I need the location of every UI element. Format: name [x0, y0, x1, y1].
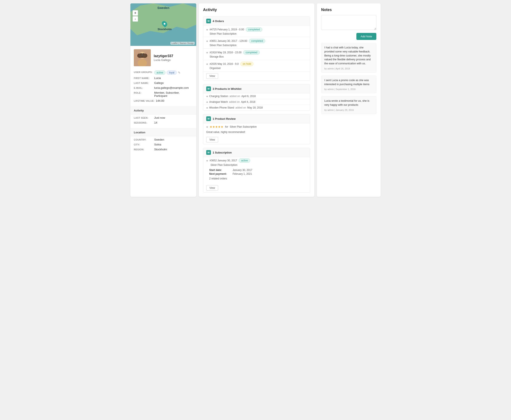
bullet-icon: ◆: [206, 106, 208, 109]
last-seen-value: Just now: [154, 116, 193, 119]
role-value: Member, Subscriber, Participant: [154, 91, 193, 98]
activity-section-header: Activity: [130, 107, 196, 114]
tag-group: active loyal ✎: [154, 70, 180, 75]
reviews-view-button[interactable]: View: [206, 137, 218, 142]
map-controls: + -: [133, 10, 138, 22]
wishlist-name-0: Charging Station: [209, 95, 228, 98]
fullname: Lucia Gallego: [154, 58, 173, 62]
edit-tags-icon[interactable]: ✎: [178, 71, 180, 74]
review-stars: ★★★★★: [210, 125, 223, 128]
wishlist-item-0: ◆ Charging Station added on April 6, 201…: [203, 93, 310, 99]
right-panel: Notes Add Note I had a chat with Lucia t…: [317, 3, 381, 197]
add-note-button[interactable]: Add Note: [356, 33, 376, 40]
first-name-label: FIRST NAME:: [134, 76, 153, 79]
bullet-icon: ◆: [206, 126, 208, 128]
avatar-row: lazytiger337 Lucia Gallego: [130, 46, 196, 69]
added-on-date-0: April 6, 2018: [241, 95, 256, 98]
region-label: REGION:: [134, 148, 153, 151]
sub-product: Silver Plan Subscription: [206, 164, 307, 166]
next-payment-value: February 1, 2021: [233, 172, 304, 175]
activity-info: LAST SEEN: Just now SESSIONS: 14: [130, 114, 196, 128]
tag-loyal[interactable]: loyal: [167, 70, 177, 75]
bullet-icon: ◆: [206, 28, 208, 31]
last-name-row: LAST NAME: Gallego: [134, 81, 193, 84]
email-label: E-MAIL:: [134, 86, 153, 89]
subscription-block-header: W 1 Subscription: [203, 148, 310, 157]
sub-id-row: ◆ #3652 January 30, 2017 active: [206, 158, 307, 163]
bullet-icon: ◆: [206, 159, 208, 162]
start-date-label: Start date:: [209, 169, 233, 172]
review-row: ◆ ★★★★★ for Silver Plan Subscription: [203, 123, 310, 130]
last-name-label: LAST NAME:: [134, 81, 153, 84]
username: lazytiger337: [154, 54, 173, 58]
sub-status: active: [239, 158, 250, 163]
zoom-out-button[interactable]: -: [133, 16, 138, 22]
map-title: Sweden: [157, 6, 169, 9]
order-status-3: on hold: [240, 62, 253, 66]
activity-title: Activity: [203, 8, 310, 12]
wishlist-item-1: ◆ Analogue Watch added on April 4, 2018: [203, 99, 310, 105]
order-id-2: #1918 May 19, 2016 - 15.00: [210, 51, 241, 54]
wishlist-name-1: Analogue Watch: [209, 100, 228, 103]
avatar-image: [134, 49, 151, 66]
map-area: Sweden + - Stockholm Leaflet | Stamen De…: [130, 3, 196, 46]
notes-title: Notes: [321, 8, 376, 12]
wishlist-block: W 3 Products in Wishlist ◆ Charging Stat…: [203, 84, 310, 111]
added-on-label-0: added on: [229, 95, 240, 98]
bullet-icon: ◆: [206, 40, 208, 43]
tag-active[interactable]: active: [154, 70, 165, 75]
wishlist-w-badge: W: [206, 86, 211, 91]
orders-block: W 4 Orders ◆ #4725 February 1, 2019 - 0.…: [203, 16, 310, 81]
note-text-1: I sent Lucia a promo code as she was int…: [324, 78, 373, 86]
last-seen-label: LAST SEEN:: [134, 116, 153, 119]
subscription-block: W 1 Subscription ◆ #3652 January 30, 201…: [203, 148, 310, 193]
order-status-2: completed: [243, 50, 260, 55]
bullet-icon: ◆: [206, 51, 208, 54]
note-meta-2: by admin | January 29, 2016: [324, 109, 373, 111]
order-item-3: ◆ #2035 May 10, 2016 - 9.0 on hold Organ…: [203, 60, 310, 72]
added-on-label-2: added on: [235, 106, 246, 109]
wishlist-item-2: ◆ Wooden Phone Stand added on May 18, 20…: [203, 105, 310, 110]
sub-detail-grid: Start date: January 30, 2017 Next paymen…: [206, 168, 307, 177]
bullet-icon: ◆: [206, 101, 208, 103]
region-row: REGION: Stockholm: [134, 148, 193, 151]
middle-panel: Activity W 4 Orders ◆ #4725 February 1, …: [199, 3, 314, 197]
city-value: Solna: [154, 143, 193, 146]
map-pin: Stockholm: [158, 21, 172, 31]
sub-id: #3652 January 30, 2017: [210, 159, 237, 162]
country-row: COUNTRY: Sweden: [134, 138, 193, 141]
reviews-block: W 1 Product Review ◆ ★★★★★ for Silver Pl…: [203, 114, 310, 144]
city-row: CITY: Solna: [134, 143, 193, 146]
location-pin-icon: [161, 20, 168, 27]
first-name-row: FIRST NAME: Lucia: [134, 76, 193, 80]
role-row: ROLE: Member, Subscriber, Participant: [134, 91, 193, 98]
order-product-2: Storage Box: [206, 55, 307, 58]
map-city-label: Stockholm: [158, 28, 172, 31]
sessions-label: SESSIONS:: [134, 121, 153, 124]
order-product-3: Organiser: [206, 67, 307, 70]
zoom-in-button[interactable]: +: [133, 10, 138, 16]
note-card-1: I sent Lucia a promo code as she was int…: [321, 75, 376, 93]
orders-view-button[interactable]: View: [206, 73, 218, 79]
order-item-2: ◆ #1918 May 19, 2016 - 15.00 completed S…: [203, 49, 310, 60]
subscription-block-title: 1 Subscription: [213, 151, 232, 154]
note-card-2: Lucia wrote a testimonial for us, she is…: [321, 96, 376, 114]
user-info-section: USER GROUPS: active loyal ✎ FIRST NAME: …: [130, 69, 196, 107]
svg-rect-7: [139, 57, 146, 58]
city-label: CITY:: [134, 143, 153, 146]
added-on-label-1: added on: [229, 100, 240, 103]
last-name-value: Gallego: [154, 81, 193, 84]
bullet-icon: ◆: [206, 95, 208, 98]
note-card-0: I had a chat with Lucia today, she provi…: [321, 43, 376, 73]
note-text-0: I had a chat with Lucia today, she provi…: [324, 46, 373, 66]
note-meta-1: by admin | September 1, 2016: [324, 88, 373, 90]
email-row: E-MAIL: lucia.gallego@example.com: [134, 86, 193, 89]
subscription-details: ◆ #3652 January 30, 2017 active Silver P…: [203, 157, 310, 183]
country-value: Sweden: [154, 138, 193, 141]
lifetime-value: 144.00: [156, 99, 193, 102]
review-text: Great value, highly recommended!: [203, 130, 310, 135]
added-on-date-1: April 4, 2018: [241, 100, 255, 103]
subscription-view-button[interactable]: View: [206, 185, 218, 191]
notes-textarea[interactable]: [321, 15, 376, 30]
order-id-1: #3651 January 30, 2017 - 129.00: [210, 39, 247, 43]
